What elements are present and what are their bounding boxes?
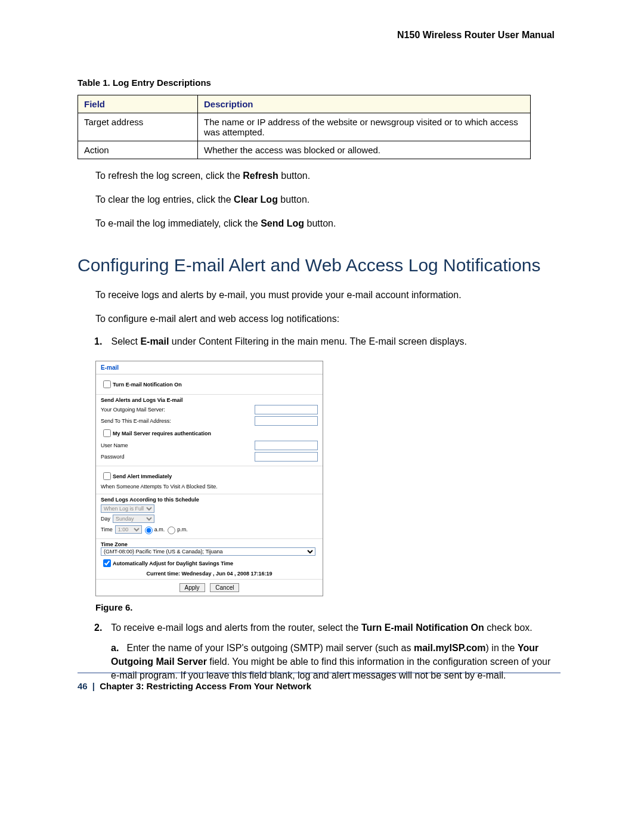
section-heading: Configuring E-mail Alert and Web Access … <box>78 255 561 276</box>
text: Select <box>111 336 140 346</box>
auth-required-label: My Mail Server requires authentication <box>113 431 211 436</box>
text: Enter the name of your ISP's outgoing (S… <box>126 643 413 653</box>
text: ) in the <box>486 643 518 653</box>
text: button. <box>278 194 309 205</box>
username-input[interactable] <box>255 441 318 450</box>
step-number: 2. <box>94 621 109 635</box>
auth-required-checkbox[interactable] <box>103 429 111 437</box>
cell-field: Target address <box>78 113 198 141</box>
username-label: User Name <box>101 442 128 448</box>
text: button. <box>304 218 336 228</box>
outgoing-server-input[interactable] <box>255 405 318 414</box>
schedule-mode-select[interactable]: When Log is Full <box>101 504 154 513</box>
email-config-screenshot: E-mail Turn E-mail Notification On Send … <box>95 361 323 596</box>
send-via-heading: Send Alerts and Logs Via E-mail <box>101 397 318 403</box>
text: under Content Filtering in the main menu… <box>169 336 467 346</box>
current-time: Current time: Wednesday , Jun 04 , 2008 … <box>101 571 318 577</box>
text: button. <box>278 171 310 181</box>
doc-title: N150 Wireless Router User Manual <box>397 30 555 41</box>
chapter-label: Chapter 3: Restricting Access From Your … <box>100 681 311 691</box>
apply-button[interactable]: Apply <box>179 583 205 592</box>
cell-desc: The name or IP address of the website or… <box>198 113 531 141</box>
alert-immediately-checkbox[interactable] <box>103 472 111 480</box>
time-select[interactable]: 1:00 <box>115 525 142 534</box>
cancel-button[interactable]: Cancel <box>210 583 239 592</box>
text: To clear the log entries, click the <box>95 194 234 205</box>
password-label: Password <box>101 454 125 460</box>
pm-label: p.m. <box>177 527 188 532</box>
para-send: To e-mail the log immediately, click the… <box>95 216 561 231</box>
intro-1: To receive logs and alerts by e-mail, yo… <box>95 288 561 302</box>
timezone-heading: Time Zone <box>101 541 318 547</box>
menu-email-ref: E-mail <box>140 336 169 346</box>
table-caption: Table 1. Log Entry Descriptions <box>78 78 561 88</box>
send-to-label: Send To This E-mail Address: <box>101 418 171 424</box>
schedule-heading: Send Logs According to this Schedule <box>101 497 318 503</box>
refresh-button-ref: Refresh <box>243 171 278 181</box>
alert-when-label: When Someone Attempts To Visit A Blocked… <box>101 484 218 490</box>
dst-label: Automatically Adjust for Daylight Saving… <box>113 561 233 566</box>
text: To receive e-mail logs and alerts from t… <box>111 623 361 633</box>
step-number: 1. <box>94 335 109 349</box>
day-select[interactable]: Sunday <box>113 515 154 523</box>
text: To e-mail the log immediately, click the <box>95 218 261 228</box>
step-1: 1. Select E-mail under Content Filtering… <box>94 335 561 349</box>
footer-rule <box>78 673 561 673</box>
send-to-input[interactable] <box>255 416 318 426</box>
text: To refresh the log screen, click the <box>95 171 243 181</box>
table-row: Action Whether the access was blocked or… <box>78 141 531 159</box>
timezone-select[interactable]: (GMT-08:00) Pacific Time (US & Canada); … <box>101 547 315 556</box>
pm-radio[interactable] <box>168 527 175 534</box>
day-label: Day <box>101 516 110 522</box>
step-2: 2. To receive e-mail logs and alerts fro… <box>94 621 561 635</box>
cell-desc: Whether the access was blocked or allowe… <box>198 141 531 159</box>
password-input[interactable] <box>255 452 318 462</box>
turn-email-on-checkbox[interactable] <box>103 380 111 388</box>
intro-2: To configure e-mail alert and web access… <box>95 312 561 326</box>
panel-title: E-mail <box>96 361 323 374</box>
isp-example: mail.myISP.com <box>414 643 486 653</box>
table-row: Target address The name or IP address of… <box>78 113 531 141</box>
am-radio[interactable] <box>145 527 153 534</box>
clear-log-button-ref: Clear Log <box>234 194 278 205</box>
para-refresh: To refresh the log screen, click the Ref… <box>95 169 561 183</box>
page-footer: 46 | Chapter 3: Restricting Access From … <box>78 681 311 691</box>
turn-email-on-label: Turn E-mail Notification On <box>113 382 182 388</box>
turn-email-on-ref: Turn E-mail Notification On <box>361 623 484 633</box>
dst-checkbox[interactable] <box>103 559 111 567</box>
am-label: a.m. <box>154 527 165 532</box>
text: check box. <box>484 623 532 633</box>
th-description: Description <box>198 95 531 113</box>
time-label: Time <box>101 527 113 532</box>
log-entry-table: Field Description Target address The nam… <box>78 95 531 159</box>
footer-separator: | <box>90 681 97 691</box>
step-2a: a. Enter the name of your ISP's outgoing… <box>111 641 561 683</box>
para-clear: To clear the log entries, click the Clea… <box>95 193 561 207</box>
alert-immediately-label: Send Alert Immediately <box>113 473 172 479</box>
outgoing-server-label: Your Outgoing Mail Server: <box>101 407 165 413</box>
figure-caption: Figure 6. <box>95 602 561 612</box>
cell-field: Action <box>78 141 198 159</box>
send-log-button-ref: Send Log <box>261 218 304 228</box>
step-letter: a. <box>111 641 124 655</box>
page-number: 46 <box>78 681 88 691</box>
th-field: Field <box>78 95 198 113</box>
